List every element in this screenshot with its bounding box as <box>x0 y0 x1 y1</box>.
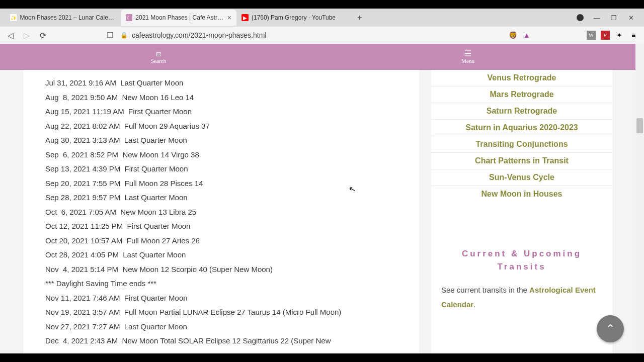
menu-icon[interactable]: ≡ <box>629 31 638 40</box>
sidebar-link[interactable]: Saturn Retrograde <box>431 103 612 120</box>
close-icon[interactable]: × <box>227 14 231 22</box>
moon-phase-row: *** Daylight Saving Time ends *** <box>45 277 397 291</box>
brave-shield-icon[interactable] <box>577 14 584 21</box>
sidebar: Venus Retrograde Mars Retrograde Saturn … <box>431 70 612 353</box>
moon-phase-row: Oct 12, 2021 11:25 PM First Quarter Moon <box>45 219 397 234</box>
extension-1-icon[interactable]: W <box>587 31 596 40</box>
moon-phase-row: Aug 8, 2021 9:50 AM New Moon 16 Leo 14 <box>45 90 397 105</box>
sidebar-link[interactable]: New Moon in Houses <box>431 186 612 202</box>
moon-phase-row: Oct 20, 2021 10:57 AM Full Moon 27 Aries… <box>45 234 397 248</box>
hamburger-icon: ☰ <box>461 50 474 58</box>
minimize-button[interactable]: — <box>593 14 601 22</box>
sidebar-link[interactable]: Venus Retrograde <box>431 70 612 86</box>
content-wrap: Jul 31, 2021 9:16 AM Last Quarter Moon A… <box>0 70 635 353</box>
tab-moon-phases-lunar[interactable]: ✨ Moon Phases 2021 – Lunar Calendar <box>5 10 121 26</box>
tab-title: 2021 Moon Phases | Cafe Astrolog <box>135 14 224 21</box>
moon-phase-row: Sep 6, 2021 8:52 PM New Moon 14 Virgo 38 <box>45 148 397 162</box>
moon-phase-row: Oct 6, 2021 7:05 AM New Moon 13 Libra 25 <box>45 205 397 220</box>
favicon-icon: ✨ <box>10 14 17 21</box>
favicon-icon: ▶ <box>242 14 249 21</box>
lock-icon: 🔒 <box>120 32 128 39</box>
moon-phase-row: Aug 15, 2021 11:19 AM First Quarter Moon <box>45 105 397 119</box>
extensions-puzzle-icon[interactable]: ✦ <box>615 31 624 40</box>
moon-phase-row: Sep 13, 2021 4:39 PM First Quarter Moon <box>45 162 397 176</box>
moon-phase-row: Sep 28, 2021 9:57 PM Last Quarter Moon <box>45 191 397 205</box>
sidebar-link[interactable]: Mars Retrograde <box>431 86 612 103</box>
url-area[interactable]: 🔒 cafeastrology.com/2021-moon-phases.htm… <box>120 31 501 39</box>
forward-button[interactable]: ▷ <box>22 31 31 40</box>
tab-youtube[interactable]: ▶ (1760) Pam Gregory - YouTube <box>236 10 352 26</box>
moon-phase-row: Nov 19, 2021 3:57 AM Full Moon Partial L… <box>45 305 397 320</box>
sidebar-link[interactable]: Chart Patterns in Transit <box>431 153 612 169</box>
moon-phase-row: Aug 22, 2021 8:02 AM Full Moon 29 Aquari… <box>45 119 397 134</box>
favicon-icon: ☾ <box>126 14 132 21</box>
extension-icons: 🦁 ▲ W P ✦ ≡ <box>508 31 638 40</box>
bookmark-icon[interactable]: ☐ <box>107 31 113 40</box>
window-controls: — ❐ ✕ <box>577 14 644 22</box>
page-viewport: ⧈ Search ☰ Menu Jul 31, 2021 9:16 AM Las… <box>0 44 644 353</box>
moon-phase-row: Oct 28, 2021 4:05 PM Last Quarter Moon <box>45 248 397 262</box>
browser-chrome: ✨ Moon Phases 2021 – Lunar Calendar ☾ 20… <box>0 9 644 44</box>
sidebar-link[interactable]: Sun-Venus Cycle <box>431 169 612 186</box>
tab-title: Moon Phases 2021 – Lunar Calendar <box>20 14 116 21</box>
close-window-button[interactable]: ✕ <box>627 14 635 22</box>
reload-button[interactable]: ⟳ <box>38 31 47 40</box>
search-icon: ⧈ <box>151 50 166 58</box>
url-text: cafeastrology.com/2021-moon-phases.html <box>132 31 266 39</box>
pdf-icon[interactable]: P <box>601 31 610 40</box>
moon-phase-row: Dec 4, 2021 2:43 AM New Moon Total SOLAR… <box>45 334 397 348</box>
moon-phase-row: Nov 4, 2021 5:14 PM New Moon 12 Scorpio … <box>45 262 397 277</box>
sidebar-link[interactable]: Saturn in Aquarius 2020-2023 <box>431 120 612 136</box>
sidebar-link[interactable]: Transiting Conjunctions <box>431 136 612 153</box>
tab-title: (1760) Pam Gregory - YouTube <box>252 14 336 21</box>
moon-phase-row: Aug 30, 2021 3:13 AM Last Quarter Moon <box>45 133 397 148</box>
moon-phase-row: Nov 11, 2021 7:46 AM First Quarter Moon <box>45 291 397 306</box>
main-content: Jul 31, 2021 9:16 AM Last Quarter Moon A… <box>23 70 419 353</box>
brave-rewards-icon[interactable]: ▲ <box>522 31 531 40</box>
new-tab-button[interactable]: + <box>352 13 367 22</box>
search-button[interactable]: ⧈ Search <box>151 50 166 64</box>
site-nav-bar: ⧈ Search ☰ Menu <box>0 44 635 70</box>
menu-button[interactable]: ☰ Menu <box>461 50 474 64</box>
scrollbar-thumb[interactable] <box>636 118 643 133</box>
maximize-button[interactable]: ❐ <box>610 14 618 22</box>
moon-phase-row: Sep 20, 2021 7:55 PM Full Moon 28 Pisces… <box>45 176 397 191</box>
scrollbar-track[interactable] <box>635 44 644 353</box>
brave-icon[interactable]: 🦁 <box>508 31 517 40</box>
address-bar: ◁ ▷ ⟳ ☐ 🔒 cafeastrology.com/2021-moon-ph… <box>0 27 644 44</box>
tab-bar: ✨ Moon Phases 2021 – Lunar Calendar ☾ 20… <box>0 9 644 27</box>
tab-cafe-astrology[interactable]: ☾ 2021 Moon Phases | Cafe Astrolog × <box>121 10 236 26</box>
sidebar-text: See current transits in the Astrological… <box>431 283 612 312</box>
back-button[interactable]: ◁ <box>6 31 15 40</box>
moon-phase-row: Nov 27, 2021 7:27 AM Last Quarter Moon <box>45 320 397 334</box>
back-to-top-button[interactable]: ⌃ <box>597 315 624 342</box>
sidebar-heading: Current & Upcoming Transits <box>431 247 612 283</box>
moon-phase-row: Jul 31, 2021 9:16 AM Last Quarter Moon <box>45 76 397 90</box>
